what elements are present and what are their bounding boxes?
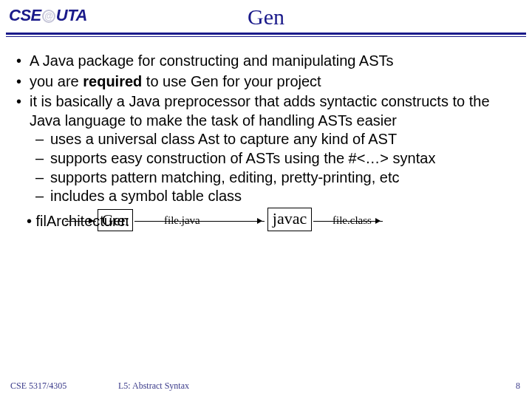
architecture-row: filArchitecture: Gen file.java javac fil… <box>10 208 522 237</box>
list-item: uses a universal class Ast to capture an… <box>50 130 522 149</box>
bullet-list: A Java package for constructing and mani… <box>10 52 522 206</box>
footer-page: 8 <box>516 381 520 392</box>
flow-box-gen: Gen <box>98 209 133 231</box>
logo-text-left: CSE <box>9 6 41 24</box>
flow-label-java: file.java <box>164 214 200 228</box>
slide-content: A Java package for constructing and mani… <box>0 43 532 237</box>
flow-label-class: file.class <box>332 214 372 228</box>
list-item: you are required to use Gen for your pro… <box>30 72 522 92</box>
list-item: it is basically a Java preprocessor that… <box>30 92 522 206</box>
sub-list: uses a universal class Ast to capture an… <box>30 130 522 205</box>
list-item: supports easy construction of ASTs using… <box>50 149 522 168</box>
list-item: supports pattern matching, editing, pret… <box>50 168 522 188</box>
at-icon: @ <box>42 10 55 23</box>
footer-lecture: L5: Abstract Syntax <box>118 381 189 392</box>
footer-course: CSE 5317/4305 <box>10 381 66 392</box>
arrow-icon <box>65 221 96 222</box>
slide-header: CSE@UTA Gen <box>0 0 532 43</box>
emphasis-required: required <box>83 73 142 89</box>
list-item: A Java package for constructing and mani… <box>30 52 522 71</box>
flow-box-javac: javac <box>267 208 312 231</box>
list-item: includes a symbol table class <box>50 187 522 206</box>
header-rule <box>6 33 526 37</box>
logo: CSE@UTA <box>9 6 87 25</box>
logo-text-right: UTA <box>56 6 87 24</box>
